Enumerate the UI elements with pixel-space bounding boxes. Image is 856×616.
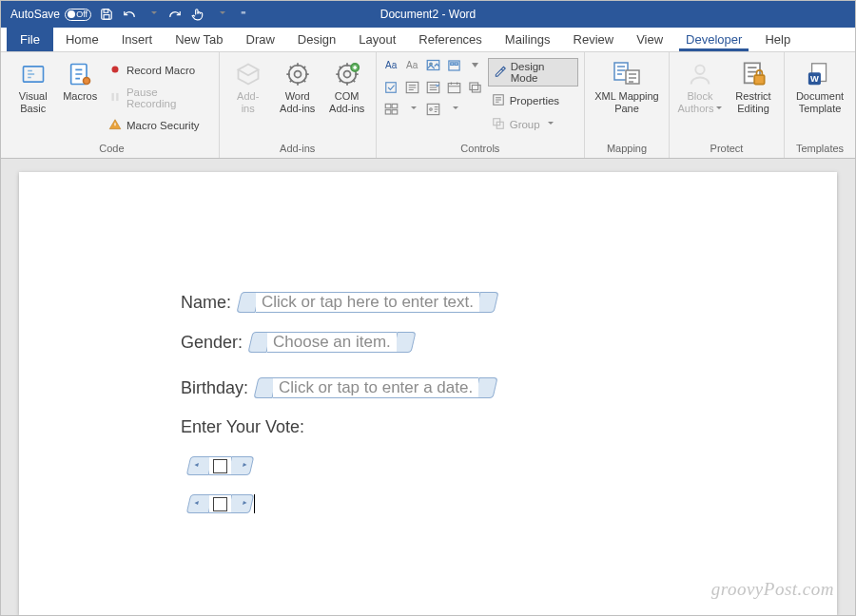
block-authors-icon [686, 60, 714, 88]
ribbon-tabs: File Home Insert New Tab Draw Design Lay… [1, 28, 855, 52]
page[interactable]: Name: Click or tap here to enter text. G… [19, 172, 837, 615]
group-label-protect: Protect [675, 141, 778, 156]
dropdown-control-icon[interactable] [424, 78, 442, 96]
pause-icon [108, 90, 122, 106]
svg-rect-23 [472, 85, 480, 92]
legacy-tools-dropdown-icon[interactable] [445, 100, 463, 118]
block-authors-button: Block Authors [675, 56, 725, 118]
group-label-code: Code [10, 141, 213, 156]
name-label: Name: [181, 293, 231, 313]
record-macro-button[interactable]: Record Macro [105, 60, 213, 81]
tab-home[interactable]: Home [55, 27, 109, 51]
vote-checkbox-2-row: ◂ ▸ [181, 494, 837, 513]
svg-rect-18 [386, 82, 397, 92]
word-addins-button[interactable]: Word Add-ins [275, 56, 321, 118]
tab-help[interactable]: Help [754, 27, 801, 51]
checkbox-control-icon[interactable] [382, 78, 400, 96]
svg-point-4 [84, 78, 90, 85]
toggle-switch-icon: Off [65, 9, 91, 21]
touch-dropdown-icon[interactable] [213, 7, 228, 22]
controls-gallery: Aa Aa [382, 56, 484, 119]
legacy-tools-icon[interactable] [424, 100, 442, 118]
touch-mode-icon[interactable] [190, 7, 205, 22]
tab-file[interactable]: File [7, 27, 53, 51]
combobox-control-icon[interactable] [403, 78, 421, 96]
svg-rect-1 [104, 15, 109, 20]
svg-rect-21 [448, 83, 460, 92]
xml-mapping-icon [613, 60, 641, 88]
qat-customize-icon[interactable]: ⁼ [236, 7, 251, 22]
plaintext-control-icon[interactable]: Aa [403, 56, 421, 74]
autosave-label: AutoSave [10, 8, 60, 21]
group-mapping: XML Mapping Pane Mapping [585, 52, 670, 158]
com-addins-button[interactable]: COM Add-ins [324, 56, 370, 118]
checkbox-icon [213, 459, 227, 473]
svg-rect-22 [470, 83, 478, 90]
text-cursor [254, 494, 255, 513]
xml-mapping-button[interactable]: XML Mapping Pane [591, 56, 663, 118]
vote-label-row: Enter Your Vote: [181, 417, 837, 437]
tab-references[interactable]: References [408, 27, 492, 51]
redo-icon[interactable] [167, 7, 183, 22]
tab-mailings[interactable]: Mailings [495, 27, 561, 51]
group-controls: Aa Aa Design Mode [377, 52, 585, 158]
autosave-toggle[interactable]: AutoSave Off [10, 8, 91, 21]
group-button[interactable]: Group [488, 115, 578, 134]
tab-insert[interactable]: Insert [111, 27, 164, 51]
svg-rect-26 [385, 109, 391, 113]
tab-developer[interactable]: Developer [675, 27, 752, 51]
buildingblock-dropdown-icon[interactable] [466, 56, 484, 74]
legacy-forms-dropdown-icon[interactable] [403, 100, 421, 118]
richtext-control-icon[interactable]: Aa [382, 56, 400, 74]
tab-layout[interactable]: Layout [348, 27, 406, 51]
vote-checkbox-2[interactable]: ◂ ▸ [188, 494, 252, 513]
svg-rect-17 [455, 62, 457, 65]
tab-newtab[interactable]: New Tab [165, 27, 233, 51]
svg-point-29 [429, 107, 432, 110]
watermark: groovyPost.com [711, 579, 834, 600]
group-label-addins: Add-ins [225, 141, 370, 156]
gender-content-control[interactable]: Choose an item. [250, 332, 414, 353]
tab-draw[interactable]: Draw [236, 27, 285, 51]
buildingblock-control-icon[interactable] [445, 56, 463, 74]
datepicker-control-icon[interactable] [445, 78, 463, 96]
macros-icon [66, 60, 94, 88]
undo-dropdown-icon[interactable] [145, 7, 160, 22]
picture-control-icon[interactable] [424, 56, 442, 74]
tab-design[interactable]: Design [287, 27, 346, 51]
properties-button[interactable]: Properties [488, 91, 578, 110]
design-mode-button[interactable]: Design Mode [488, 58, 578, 87]
vote-checkbox-1[interactable]: ◂ ▸ [188, 456, 252, 475]
macro-security-button[interactable]: Macro Security [105, 115, 213, 136]
legacy-forms-icon[interactable] [382, 100, 400, 118]
tab-view[interactable]: View [626, 27, 673, 51]
document-template-button[interactable]: W Document Template [790, 56, 849, 118]
tab-review[interactable]: Review [563, 27, 625, 51]
vote-checkbox-1-row: ◂ ▸ [181, 456, 837, 475]
name-row: Name: Click or tap here to enter text. [181, 292, 837, 313]
macros-button[interactable]: Macros [59, 56, 100, 106]
properties-icon [492, 93, 505, 108]
birthday-content-control[interactable]: Click or tap to enter a date. [256, 377, 496, 398]
svg-point-11 [343, 71, 350, 78]
restrict-editing-button[interactable]: Restrict Editing [729, 56, 778, 118]
title-bar: AutoSave Off ⁼ Document2 - Word [1, 1, 855, 28]
warning-icon [108, 118, 122, 133]
svg-rect-6 [111, 93, 113, 101]
save-icon[interactable] [99, 7, 114, 22]
pause-recording-button: Pause Recording [105, 84, 213, 112]
word-addins-icon [283, 60, 312, 88]
addins-icon [234, 60, 263, 88]
svg-rect-0 [104, 10, 108, 13]
svg-point-9 [294, 71, 301, 78]
name-content-control[interactable]: Click or tap here to enter text. [239, 292, 496, 313]
repeating-control-icon[interactable] [466, 78, 484, 96]
group-code: Visual Basic Macros Record Macro Pause R… [1, 52, 220, 158]
name-placeholder: Click or tap here to enter text. [256, 292, 479, 313]
svg-point-35 [695, 66, 704, 74]
birthday-placeholder: Click or tap to enter a date. [273, 377, 478, 398]
svg-rect-37 [754, 75, 765, 84]
undo-icon[interactable] [122, 7, 137, 22]
visual-basic-button[interactable]: Visual Basic [10, 56, 55, 118]
group-label-controls: Controls [382, 141, 578, 156]
